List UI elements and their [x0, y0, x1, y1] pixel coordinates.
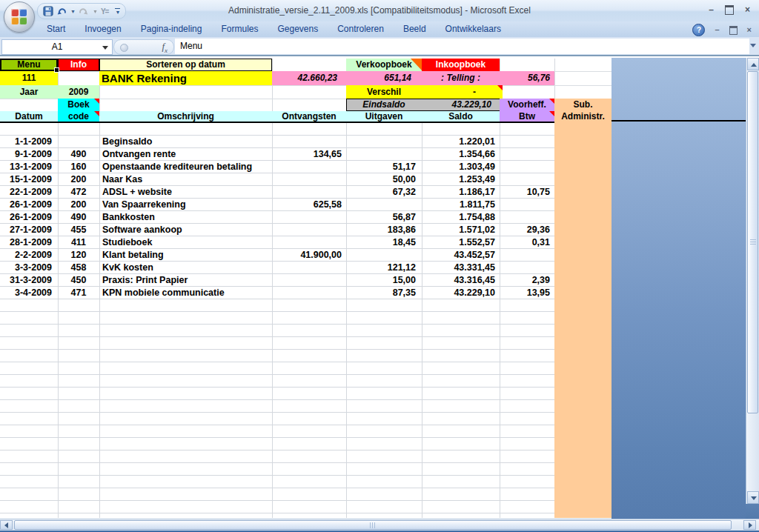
cell-omschrijving[interactable]: Ontvangen rente	[99, 148, 272, 161]
cell-uitgaven[interactable]: 50,00	[346, 173, 422, 186]
name-box[interactable]: A1	[1, 39, 113, 55]
cell-code[interactable]: 411	[58, 236, 99, 249]
cell-omschrijving[interactable]: Naar Kas	[99, 173, 272, 186]
cell-btw[interactable]	[500, 262, 554, 274]
column-header-uitgaven[interactable]: Uitgaven	[346, 111, 422, 122]
cell-datum[interactable]: 15-1-2009	[0, 173, 58, 186]
cell-uitgaven[interactable]	[346, 148, 422, 161]
tab-formules[interactable]: Formules	[211, 21, 268, 37]
cell-ontvangsten[interactable]	[272, 136, 346, 148]
cell-code[interactable]: 160	[58, 161, 99, 173]
cell-uitgaven[interactable]: 67,32	[346, 186, 422, 199]
cell-omschrijving[interactable]: Bankkosten	[99, 211, 272, 224]
scroll-up-button[interactable]	[747, 58, 759, 70]
cell-btw[interactable]	[500, 211, 554, 224]
cell-saldo[interactable]: 1.303,49	[422, 161, 500, 173]
cell-ontvangsten[interactable]	[272, 262, 346, 274]
cell-btw[interactable]	[500, 136, 554, 148]
cell-code[interactable]: 200	[58, 199, 99, 211]
cell-saldo[interactable]: 43.316,45	[422, 274, 500, 287]
cell-verschil[interactable]: Verschil -	[346, 85, 503, 99]
cell-saldo[interactable]: 1.220,01	[422, 136, 500, 148]
cell-code[interactable]: 450	[58, 274, 99, 287]
cell-uitgaven[interactable]: 18,45	[346, 236, 422, 249]
vertical-scrollbar-thumb[interactable]	[747, 71, 758, 413]
cell-eindsaldo[interactable]: Eindsaldo 43.229,10	[346, 99, 503, 111]
cell-btw[interactable]: 13,95	[500, 287, 554, 299]
undo-dropdown-icon[interactable]: ▼	[70, 9, 76, 14]
cell-menu-selected[interactable]: Menu	[0, 59, 58, 71]
cell-saldo[interactable]: 1.552,57	[422, 236, 500, 249]
cell-btw[interactable]: 2,39	[500, 274, 554, 287]
cell-saldo[interactable]: 43.452,57	[422, 249, 500, 262]
cell-ontvangsten[interactable]	[272, 224, 346, 236]
cell-datum[interactable]: 27-1-2009	[0, 224, 58, 236]
cell-datum[interactable]: 31-3-2009	[0, 274, 58, 287]
cell-btw[interactable]: 29,36	[500, 224, 554, 236]
cell-datum[interactable]: 26-1-2009	[0, 199, 58, 211]
cell-omschrijving[interactable]: Software aankoop	[99, 224, 272, 236]
cell-code[interactable]: 490	[58, 148, 99, 161]
cell-datum[interactable]: 22-1-2009	[0, 186, 58, 199]
close-window-icon[interactable]: ×	[745, 4, 750, 15]
cell-ontvangsten[interactable]	[272, 211, 346, 224]
cell-saldo[interactable]: 1.571,02	[422, 224, 500, 236]
column-header-btw[interactable]: Btw	[500, 111, 554, 122]
customize-qat-icon[interactable]: ▼	[114, 8, 120, 15]
cell-uitgaven[interactable]: 15,00	[346, 274, 422, 287]
column-header-saldo[interactable]: Saldo	[422, 111, 500, 122]
cell-code[interactable]: 455	[58, 224, 99, 236]
worksheet[interactable]: Menu Info Sorteren op datum Verkoopboek …	[0, 58, 746, 519]
redo-dropdown-icon[interactable]: ▼	[93, 9, 98, 14]
cell-uitgaven[interactable]: 87,35	[346, 287, 422, 299]
undo-icon[interactable]	[56, 6, 67, 16]
cell-boek[interactable]: Boek	[58, 99, 99, 111]
horizontal-scrollbar-thumb[interactable]	[14, 520, 732, 530]
cell-omschrijving[interactable]: KPN mobiele communicatie	[99, 287, 272, 299]
cell-datum[interactable]: 1-1-2009	[0, 136, 58, 148]
cell-code[interactable]	[58, 136, 99, 148]
cell-uitgaven[interactable]: 121,12	[346, 262, 422, 274]
cell-uitgaven[interactable]	[346, 249, 422, 262]
cell-account-name[interactable]: BANK Rekening	[99, 71, 272, 85]
cell-uitgaven[interactable]: 183,86	[346, 224, 422, 236]
tab-controleren[interactable]: Controleren	[328, 21, 394, 37]
minimize-workbook-icon[interactable]: –	[715, 25, 719, 35]
cell-verkoopboek[interactable]: Verkoopboek	[346, 59, 422, 71]
cell-datum[interactable]: 2-2-2009	[0, 249, 58, 262]
cell-datum[interactable]: 26-1-2009	[0, 211, 58, 224]
cell-code[interactable]: 490	[58, 211, 99, 224]
tab-pagina-indeling[interactable]: Pagina-indeling	[131, 21, 212, 37]
cell-ontvangsten[interactable]: 134,65	[272, 148, 346, 161]
name-box-dropdown-icon[interactable]	[102, 46, 108, 50]
office-button[interactable]	[4, 1, 35, 33]
cell-uitgaven[interactable]: 56,87	[346, 211, 422, 224]
cell-ontvangsten[interactable]	[272, 186, 346, 199]
cell-sorteren-op-datum[interactable]: Sorteren op datum	[99, 59, 272, 71]
cell-ontvangsten[interactable]	[272, 274, 346, 287]
cell-saldo[interactable]: 43.229,10	[422, 287, 500, 299]
tab-ontwikkelaars[interactable]: Ontwikkelaars	[436, 21, 511, 37]
tab-start[interactable]: Start	[37, 21, 75, 37]
horizontal-scrollbar[interactable]	[0, 519, 759, 531]
cell-omschrijving[interactable]: KvK kosten	[99, 262, 272, 274]
save-icon[interactable]	[43, 6, 53, 16]
cell-code[interactable]: 200	[58, 173, 99, 186]
column-header-code[interactable]: code	[58, 111, 99, 122]
fx-icon[interactable]: fx	[162, 41, 168, 54]
cell-ontvangsten[interactable]	[272, 236, 346, 249]
scroll-down-button[interactable]	[747, 491, 759, 504]
cell-inkoopboek[interactable]: Inkoopboek	[422, 59, 500, 71]
cell-code[interactable]: 120	[58, 249, 99, 262]
cell-saldo[interactable]: 1.253,49	[422, 173, 500, 186]
cell-omschrijving[interactable]: Openstaande krediteuren betaling	[99, 161, 272, 173]
totals-row[interactable]: 42.660,23 651,14 : Telling : 56,76	[272, 71, 554, 85]
cell-jaar-value[interactable]: 2009	[58, 85, 99, 99]
cell-btw[interactable]: 0,31	[500, 236, 554, 249]
cell-saldo[interactable]: 1.354,66	[422, 148, 500, 161]
tab-gegevens[interactable]: Gegevens	[268, 21, 328, 37]
cell-omschrijving[interactable]: Van Spaarrekening	[99, 199, 272, 211]
vertical-scrollbar[interactable]	[746, 58, 759, 504]
cell-btw[interactable]	[500, 148, 554, 161]
cell-ontvangsten[interactable]	[272, 287, 346, 299]
